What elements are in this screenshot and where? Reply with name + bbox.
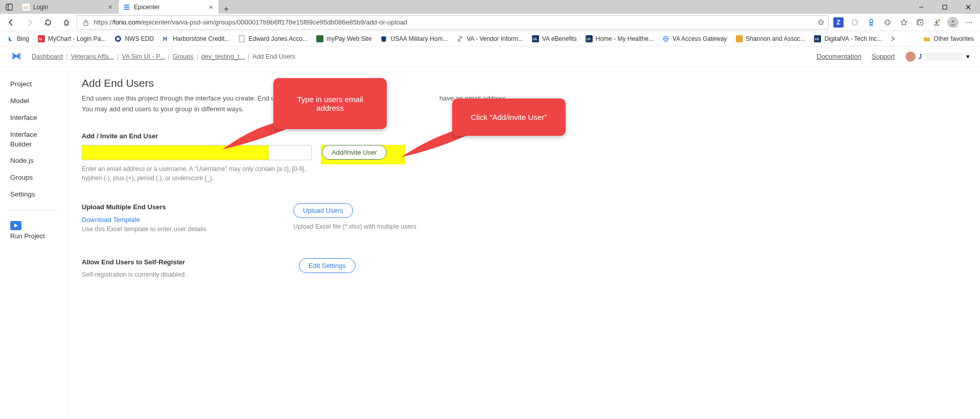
bookmark-bing[interactable]: Bing: [3, 33, 32, 44]
svg-rect-8: [84, 22, 88, 26]
bookmark-label: myPay Web Site: [326, 35, 371, 42]
sidebar-item-nodejs[interactable]: Node.js: [0, 153, 68, 169]
tabset: ml Login × Epicenter × +: [18, 0, 234, 14]
sidebar-item-project[interactable]: Project: [0, 76, 68, 93]
breadcrumb-group[interactable]: dev_testing_t...: [201, 53, 245, 60]
bookmark-myhealthe[interactable]: VAHome - My Healthe...: [582, 33, 657, 44]
bing-icon: [6, 35, 14, 43]
upload-template-hint: Use this Excel template to enter user de…: [82, 226, 206, 233]
svg-rect-0: [6, 4, 12, 10]
bookmark-va-ebenefits[interactable]: VAVA eBenefits: [528, 33, 580, 44]
bookmark-shannon[interactable]: Shannon and Assoc...: [732, 33, 809, 44]
bookmark-va-access[interactable]: VA Access Gateway: [659, 33, 730, 44]
breadcrumb-groups[interactable]: Groups: [173, 53, 194, 60]
page-title: Add End Users: [82, 77, 967, 89]
callout-email: Type in users email address: [273, 78, 387, 129]
header-right: Documentation Support J ▾: [817, 52, 970, 62]
more-icon[interactable]: ⋯: [962, 15, 977, 30]
tab-login[interactable]: ml Login ×: [18, 0, 119, 14]
tab-epicenter[interactable]: Epicenter ×: [119, 0, 219, 14]
svg-point-9: [852, 20, 857, 25]
favicon-epicenter: [123, 3, 131, 11]
url-host: forio.com: [113, 18, 141, 26]
bookmark-va-vendor[interactable]: VA - Vendor Inform...: [453, 33, 526, 44]
bookmark-mychart[interactable]: MMyChart - Login Pa...: [34, 33, 109, 44]
run-project-button[interactable]: Run Project: [0, 218, 68, 243]
bookmark-digitalva[interactable]: VADigitalVA - Tech Inc...: [810, 33, 885, 44]
documentation-link[interactable]: Documentation: [817, 53, 861, 60]
tab-label: Login: [33, 4, 107, 11]
new-tab-button[interactable]: +: [219, 5, 234, 14]
bookmark-overflow[interactable]: [889, 35, 897, 43]
other-favorites[interactable]: Other favorites: [920, 33, 977, 44]
upload-users-hint: Upload Excel file (*.xlsx) with multiple…: [293, 223, 416, 230]
user-menu[interactable]: J ▾: [905, 52, 970, 62]
va-icon: VA: [813, 35, 822, 43]
svg-point-17: [116, 37, 120, 40]
favorite-star-icon[interactable]: ✩: [818, 17, 824, 27]
sidebar-item-interface-builder[interactable]: Interface Builder: [0, 127, 68, 153]
breadcrumb-account[interactable]: Veterans Affa...: [71, 53, 114, 60]
close-icon[interactable]: ×: [107, 3, 114, 11]
close-window-button[interactable]: [956, 0, 980, 14]
tab-actions-icon[interactable]: [0, 0, 18, 14]
favicon-login: ml: [22, 3, 30, 11]
home-button[interactable]: [58, 15, 75, 30]
favorites-icon[interactable]: [896, 15, 912, 30]
va-icon: VA: [585, 35, 593, 43]
extensions-icon[interactable]: [880, 15, 895, 30]
svg-rect-5: [943, 5, 947, 9]
link-icon: [456, 35, 464, 43]
breadcrumb-project[interactable]: VA Sim UI - P...: [122, 53, 165, 60]
bookmark-label: Bing: [17, 35, 29, 42]
bookmark-label: Shannon and Assoc...: [746, 35, 806, 42]
maximize-button[interactable]: [933, 0, 956, 14]
extension-icon[interactable]: [847, 15, 862, 30]
chevron-down-icon: ▾: [966, 53, 970, 60]
bookmark-edwardjones[interactable]: Edward Jones Acco...: [235, 33, 310, 44]
svg-text:VA: VA: [532, 37, 537, 41]
support-link[interactable]: Support: [872, 53, 895, 60]
forio-logo[interactable]: [10, 51, 22, 63]
callout-text: Type in users email address: [284, 95, 377, 112]
mypay-icon: [316, 35, 324, 43]
downloads-icon[interactable]: [929, 15, 944, 30]
close-icon[interactable]: ×: [207, 3, 215, 11]
sidebar-item-groups[interactable]: Groups: [0, 169, 68, 186]
breadcrumb-dashboard[interactable]: Dashboard: [32, 53, 63, 60]
bookmark-harborstone[interactable]: HHarborstone Credit...: [159, 33, 232, 44]
add-invite-user-button[interactable]: Add/Invite User: [322, 145, 387, 160]
rewards-icon[interactable]: [864, 15, 879, 30]
extension-z-icon[interactable]: Z: [831, 15, 846, 30]
bookmark-label: USAA Military Hom...: [390, 35, 448, 42]
edit-settings-button[interactable]: Edit Settings: [299, 258, 356, 273]
folder-icon: [923, 35, 931, 43]
bookmark-label: VA Access Gateway: [672, 35, 727, 42]
user-name-redacted: [925, 53, 963, 61]
toolbar-right-icons: Z ⋯: [831, 15, 977, 30]
svg-text:H: H: [163, 36, 167, 42]
bookmark-label: MyChart - Login Pa...: [48, 35, 106, 42]
download-template-link[interactable]: Download Template: [82, 216, 206, 224]
profile-icon[interactable]: [945, 15, 961, 30]
upload-users-button[interactable]: Upload Users: [293, 203, 353, 218]
forward-button[interactable]: [21, 15, 38, 30]
minimize-button[interactable]: [909, 0, 933, 14]
back-button[interactable]: [3, 15, 19, 30]
sidebar-item-interface[interactable]: Interface: [0, 110, 68, 127]
sidebar-item-settings[interactable]: Settings: [0, 186, 68, 203]
url-box[interactable]: https://forio.com/epicenter/va/va-psd-si…: [77, 15, 829, 30]
selfreg-status: Self-registration is currently disabled.: [82, 271, 186, 278]
bookmark-label: VA eBenefits: [542, 35, 577, 42]
usaa-icon: [380, 35, 388, 43]
svg-text:VA: VA: [586, 37, 591, 41]
bookmark-label: Home - My Healthe...: [596, 35, 654, 42]
callout-text: Click "Add/invite User": [471, 113, 547, 121]
bookmark-nws[interactable]: NWS EDD: [111, 33, 157, 44]
refresh-button[interactable]: [40, 15, 56, 30]
bookmark-mypay[interactable]: myPay Web Site: [313, 33, 375, 44]
collections-icon[interactable]: [913, 15, 928, 30]
bookmark-usaa[interactable]: USAA Military Hom...: [377, 33, 451, 44]
sidebar-item-model[interactable]: Model: [0, 93, 68, 110]
breadcrumb: Dashboard| Veterans Affa...| VA Sim UI -…: [32, 53, 817, 60]
